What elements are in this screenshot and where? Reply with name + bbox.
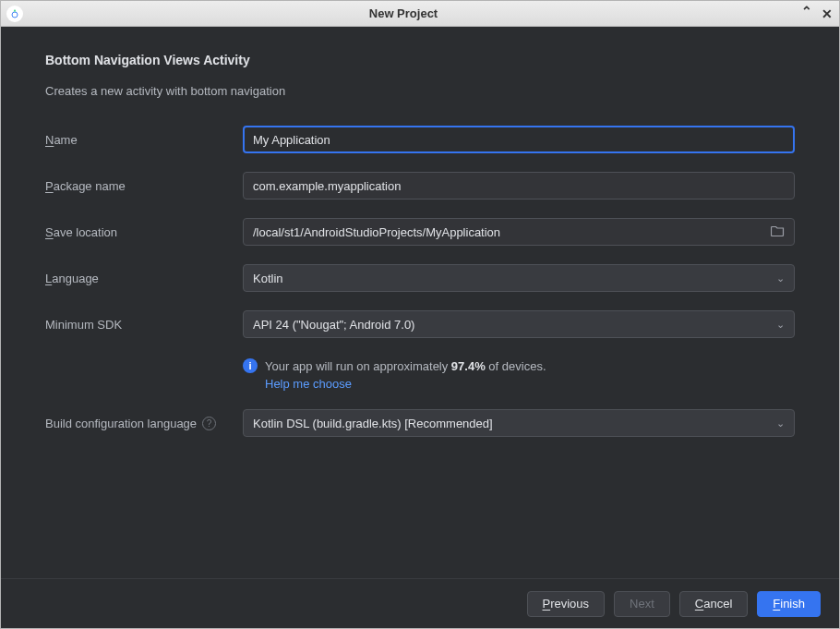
min-sdk-select[interactable]: API 24 ("Nougat"; Android 7.0) ⌄ (243, 310, 795, 338)
page-title: Bottom Navigation Views Activity (45, 53, 795, 67)
previous-button[interactable]: Previous (527, 591, 606, 617)
language-label: Language (45, 272, 243, 285)
cancel-button[interactable]: Cancel (679, 591, 748, 617)
package-label: Package name (45, 179, 243, 193)
chevron-down-icon: ⌄ (776, 272, 785, 284)
save-location-input[interactable]: /local/st1/AndroidStudioProjects/MyAppli… (243, 218, 795, 246)
chevron-down-icon: ⌄ (776, 319, 785, 331)
help-icon[interactable]: ? (202, 417, 216, 430)
window-title: New Project (6, 6, 800, 20)
build-lang-label: Build configuration language ? (45, 417, 243, 430)
next-button: Next (614, 591, 670, 617)
page-subtitle: Creates a new activity with bottom navig… (45, 84, 795, 98)
package-input[interactable] (243, 172, 795, 200)
language-value: Kotlin (253, 272, 283, 285)
build-lang-value: Kotlin DSL (build.gradle.kts) [Recommend… (253, 417, 493, 430)
min-sdk-label: Minimum SDK (45, 318, 243, 332)
titlebar: New Project ⌃ ✕ (1, 1, 839, 27)
min-sdk-row: Minimum SDK API 24 ("Nougat"; Android 7.… (45, 310, 795, 338)
new-project-window: New Project ⌃ ✕ Bottom Navigation Views … (0, 0, 840, 629)
name-input[interactable] (243, 126, 795, 153)
browse-folder-icon[interactable] (771, 224, 785, 239)
build-lang-row: Build configuration language ? Kotlin DS… (45, 409, 795, 437)
save-location-label: Save location (45, 225, 243, 239)
dialog-footer: Previous Next Cancel Finish (1, 578, 839, 628)
build-lang-select[interactable]: Kotlin DSL (build.gradle.kts) [Recommend… (243, 409, 795, 437)
help-me-choose-link[interactable]: Help me choose (243, 377, 795, 391)
info-icon: i (243, 358, 258, 373)
chevron-down-icon: ⌄ (776, 417, 785, 429)
name-label: Name (45, 133, 243, 147)
save-location-value: /local/st1/AndroidStudioProjects/MyAppli… (253, 225, 500, 239)
dialog-content: Bottom Navigation Views Activity Creates… (1, 27, 839, 578)
device-coverage-info: i Your app will run on approximately 97.… (243, 358, 795, 373)
window-minimize-button[interactable]: ⌃ (800, 4, 813, 18)
finish-button[interactable]: Finish (757, 591, 821, 617)
language-select[interactable]: Kotlin ⌄ (243, 264, 795, 292)
window-close-button[interactable]: ✕ (821, 6, 834, 21)
package-row: Package name (45, 172, 795, 200)
sdk-info-row: i Your app will run on approximately 97.… (45, 357, 795, 391)
min-sdk-value: API 24 ("Nougat"; Android 7.0) (253, 318, 414, 332)
language-row: Language Kotlin ⌄ (45, 264, 795, 292)
name-row: Name (45, 126, 795, 153)
save-location-row: Save location /local/st1/AndroidStudioPr… (45, 218, 795, 246)
